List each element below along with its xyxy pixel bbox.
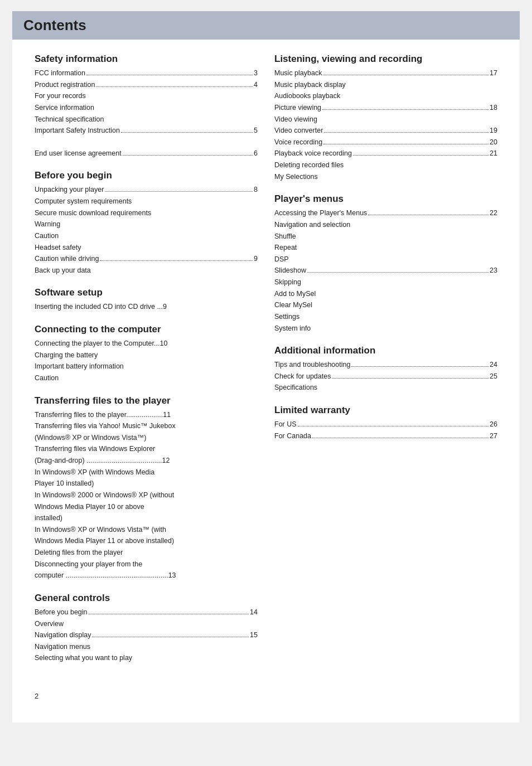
entry-line: Transferring files via Yahoo! Music™ Juk…	[35, 420, 258, 432]
entry-line: Technical specification	[35, 114, 258, 125]
entry-line: System info	[274, 323, 497, 334]
page-number: 2	[35, 692, 38, 700]
entry-dots	[100, 260, 253, 261]
entry-line: Audiobooks playback	[274, 90, 497, 102]
section-entries: FCC information 3Product registration4Fo…	[35, 67, 258, 137]
entry-page: 26	[490, 419, 497, 430]
section-entries: Transferring files to the player........…	[35, 409, 258, 581]
entry-label: FCC information	[35, 67, 85, 79]
entry-dots	[322, 109, 489, 110]
entry-line: Check for updates25	[274, 371, 497, 382]
section-title: Transferring files to the player	[35, 395, 258, 406]
entry-line: Transferring files to the player........…	[35, 409, 258, 421]
entry-line: Caution	[35, 230, 258, 242]
entry-dots	[86, 75, 253, 75]
entry-label: Check for updates	[274, 371, 331, 382]
section-listening-viewing-recording: Listening, viewing and recordingMusic pl…	[274, 54, 497, 182]
entry-dots	[368, 215, 489, 215]
entry-line: Transferring files via Windows Explorer	[35, 443, 258, 455]
left-column: Safety informationFCC information 3Produ…	[35, 54, 258, 675]
entry-page: 20	[490, 137, 497, 148]
entry-line: Repeat	[274, 242, 497, 254]
entry-label: Caution while driving	[35, 253, 99, 265]
entry-line: DSP	[274, 254, 497, 265]
section-entries: Accessing the Player's Menus 22Navigatio…	[274, 207, 497, 334]
entry-page: 9	[254, 253, 258, 265]
entry-line: Deleting files from the player	[35, 547, 258, 559]
entry-line: Product registration4	[35, 79, 258, 91]
entry-line: Specifications	[274, 382, 497, 394]
page-title: Contents	[23, 17, 509, 34]
entry-line: Video viewing	[274, 114, 497, 125]
section-limited-warranty: Limited warrantyFor US26For Canada27	[274, 405, 497, 442]
entry-label: Slideshow	[274, 265, 306, 277]
entry-line: (Windows® XP or Windows Vista™)	[35, 432, 258, 444]
entry-dots	[351, 366, 489, 367]
entry-label: Unpacking your player	[35, 184, 104, 196]
entry-line: (Drag-and-drop) ........................…	[35, 455, 258, 467]
entry-line: computer ...............................…	[35, 570, 258, 581]
entry-label: For US	[274, 419, 297, 430]
entry-dots	[89, 614, 249, 614]
entry-label: Voice recording	[274, 137, 322, 148]
entry-dots	[353, 155, 489, 156]
section-entries: Music playback 17Music playback displayA…	[274, 67, 497, 182]
section-entries: Tips and troubleshooting 24Check for upd…	[274, 359, 497, 394]
section-title: Additional information	[274, 345, 497, 356]
entry-dots	[323, 144, 489, 144]
entry-dots	[123, 155, 253, 156]
entry-line: In Windows® XP (with Windows Media	[35, 467, 258, 478]
entry-line: Unpacking your player 8	[35, 184, 258, 196]
entry-label: Video converter	[274, 125, 323, 137]
entry-line: For your records	[35, 90, 258, 102]
section-title: Safety information	[35, 54, 258, 65]
entry-dots	[323, 75, 489, 75]
entry-line: Music playback display	[274, 79, 497, 91]
entry-page: 21	[490, 148, 497, 159]
entry-line: Video converter19	[274, 125, 497, 137]
entry-label: Picture viewing	[274, 102, 321, 114]
entry-label: Playback voice recording	[274, 148, 352, 159]
entry-dots	[324, 132, 489, 133]
section-entries: Inserting the included CD into CD drive …	[35, 301, 258, 313]
entry-line: Important Safety Instruction 5	[35, 125, 258, 137]
entry-line: Slideshow23	[274, 265, 497, 277]
entry-line: Caution	[35, 372, 258, 384]
entry-label: End user license agreement	[35, 148, 122, 159]
entry-dots	[92, 637, 249, 637]
entry-line: Overview	[35, 618, 258, 630]
two-column-layout: Safety informationFCC information 3Produ…	[35, 54, 497, 675]
entry-line: For Canada27	[274, 430, 497, 442]
entry-line: Playback voice recording 21	[274, 148, 497, 159]
entry-label: Important Safety Instruction	[35, 125, 120, 137]
entry-page: 6	[254, 148, 258, 159]
section-additional-information: Additional informationTips and troublesh…	[274, 345, 497, 394]
entry-line: My Selections	[274, 171, 497, 183]
entry-line: Settings	[274, 311, 497, 323]
section-title: Listening, viewing and recording	[274, 54, 497, 65]
entry-line: Navigation menus	[35, 641, 258, 653]
entry-line: Picture viewing18	[274, 102, 497, 114]
entry-line: Service information	[35, 102, 258, 114]
entry-dots	[298, 426, 489, 426]
entry-line: Accessing the Player's Menus 22	[274, 207, 497, 219]
entry-page: 15	[250, 629, 258, 641]
entry-line: For US26	[274, 419, 497, 430]
section-entries: End user license agreement 6	[35, 148, 258, 159]
entry-line: Windows Media Player 11 or above install…	[35, 535, 258, 547]
entry-line: FCC information 3	[35, 67, 258, 79]
entry-line: Clear MySel	[274, 299, 497, 311]
entry-page: 5	[254, 125, 258, 137]
entry-line: Player 10 installed)	[35, 478, 258, 489]
entry-line: Skipping	[274, 277, 497, 288]
entry-label: Product registration	[35, 79, 95, 91]
section-transferring-files: Transferring files to the playerTransfer…	[35, 395, 258, 581]
entry-page: 4	[254, 79, 258, 91]
section-title: Software setup	[35, 287, 258, 298]
entry-label: Music playback	[274, 67, 322, 79]
entry-dots	[121, 132, 253, 133]
page: Contents Safety informationFCC informati…	[12, 11, 520, 723]
entry-label: Before you begin	[35, 607, 88, 618]
entry-label: Accessing the Player's Menus	[274, 207, 367, 219]
entry-page: 27	[490, 430, 497, 442]
